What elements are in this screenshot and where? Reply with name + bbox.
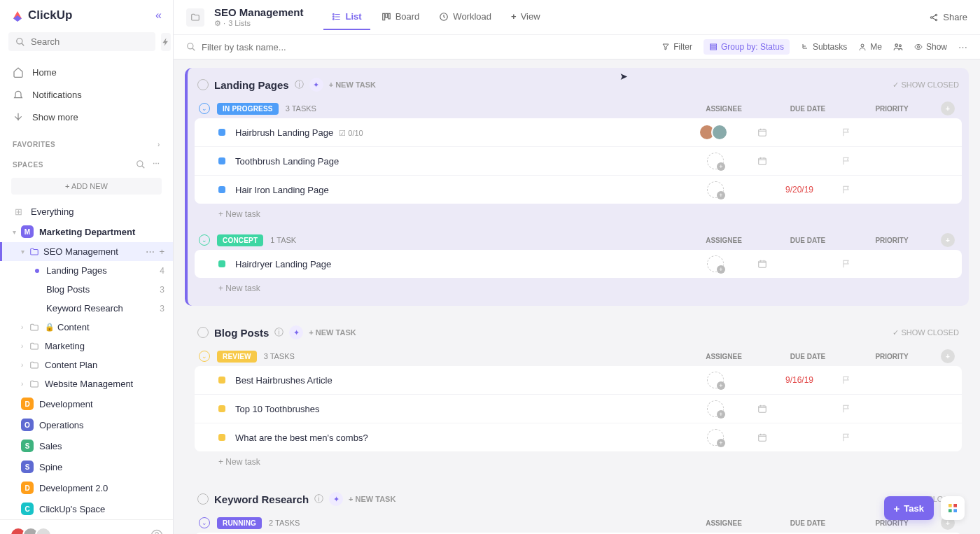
status-badge[interactable]: IN PROGRESS bbox=[217, 103, 279, 115]
group-toggle[interactable]: ⌄ bbox=[199, 517, 210, 528]
sidebar-item[interactable]: ›🔒Content bbox=[0, 318, 173, 337]
priority-flag[interactable] bbox=[841, 127, 925, 137]
status-square[interactable] bbox=[218, 434, 225, 441]
presence-avatars[interactable] bbox=[10, 527, 52, 534]
chevron-right-icon[interactable]: › bbox=[158, 141, 160, 148]
group-toggle[interactable]: ⌄ bbox=[199, 103, 210, 114]
space-item[interactable]: DDevelopment bbox=[0, 393, 173, 414]
assignees-button[interactable] bbox=[893, 42, 903, 52]
new-task-button[interactable]: + NEW TASK bbox=[329, 80, 376, 89]
more-button[interactable]: ⋯ bbox=[958, 42, 967, 52]
sidebar-list-item[interactable]: Keyword Research3 bbox=[0, 299, 173, 318]
plus-icon[interactable]: + bbox=[159, 246, 164, 257]
status-square[interactable] bbox=[218, 405, 225, 412]
info-icon[interactable]: ⓘ bbox=[274, 326, 284, 339]
sparkle-icon[interactable]: ✦ bbox=[329, 492, 343, 506]
task-row[interactable]: Hairdryer Landing Page bbox=[195, 250, 962, 278]
due-date[interactable] bbox=[757, 259, 841, 269]
sidebar-item[interactable]: ▾SEO Management⋯+ bbox=[0, 242, 173, 261]
view-tab-list[interactable]: List bbox=[323, 4, 370, 30]
new-task-button[interactable]: + NEW TASK bbox=[309, 328, 356, 337]
priority-flag[interactable] bbox=[841, 185, 925, 195]
space-item[interactable]: SSpine bbox=[0, 456, 173, 477]
folder-icon[interactable] bbox=[186, 8, 204, 27]
nav-showmore[interactable]: Show more bbox=[0, 106, 173, 128]
subtasks-button[interactable]: Subtasks bbox=[801, 42, 847, 52]
assignee-placeholder[interactable] bbox=[707, 372, 724, 388]
assignee-placeholder[interactable] bbox=[707, 255, 724, 272]
status-square[interactable] bbox=[218, 186, 225, 193]
group-toggle[interactable]: ⌄ bbox=[199, 234, 210, 246]
new-task-row[interactable]: + New task bbox=[195, 204, 962, 225]
task-row[interactable]: What are the best men's combs? bbox=[195, 423, 962, 451]
new-task-button[interactable]: + NEW TASK bbox=[349, 495, 396, 503]
space-item[interactable]: OOperations bbox=[0, 414, 173, 435]
search-icon[interactable] bbox=[136, 160, 146, 169]
priority-flag[interactable] bbox=[841, 404, 925, 414]
priority-flag[interactable] bbox=[841, 433, 925, 442]
space-item[interactable]: ▾MMarketing Department bbox=[0, 221, 173, 242]
task-row[interactable]: Top 10 Toothbrushes bbox=[195, 395, 962, 423]
apps-fab[interactable] bbox=[941, 496, 965, 520]
collapse-sidebar-icon[interactable]: « bbox=[155, 9, 162, 22]
sidebar-item[interactable]: ›Marketing bbox=[0, 337, 173, 356]
task-row[interactable]: Best Hairbrushes Article9/16/19 bbox=[195, 366, 962, 395]
quick-action-button[interactable] bbox=[161, 33, 171, 51]
group-toggle[interactable]: ⌄ bbox=[199, 351, 210, 362]
due-date[interactable] bbox=[757, 156, 841, 166]
new-task-fab[interactable]: +Task bbox=[884, 496, 934, 520]
status-square[interactable] bbox=[218, 129, 225, 136]
filter-button[interactable]: Filter bbox=[662, 42, 692, 52]
sidebar-item[interactable]: ›Website Management bbox=[0, 374, 173, 393]
section-toggle[interactable] bbox=[197, 327, 209, 338]
section-toggle[interactable] bbox=[197, 79, 209, 90]
add-column-button[interactable]: + bbox=[941, 349, 955, 363]
show-closed-button[interactable]: ✓ SHOW CLOSED bbox=[892, 328, 959, 337]
sidebar-list-item[interactable]: Landing Pages4 bbox=[0, 261, 173, 280]
due-date[interactable]: 9/16/19 bbox=[757, 375, 841, 385]
priority-flag[interactable] bbox=[841, 375, 925, 385]
assignee-placeholder[interactable] bbox=[707, 181, 724, 198]
status-badge[interactable]: REVIEW bbox=[217, 351, 257, 363]
space-item[interactable]: CClickUp's Space bbox=[0, 498, 173, 519]
sparkle-icon[interactable]: ✦ bbox=[289, 325, 303, 339]
info-icon[interactable]: ⓘ bbox=[314, 493, 323, 505]
add-column-button[interactable]: + bbox=[941, 233, 955, 247]
show-button[interactable]: Show bbox=[914, 42, 947, 52]
sidebar-item-everything[interactable]: ⊞Everything bbox=[0, 202, 173, 221]
help-button[interactable] bbox=[150, 529, 163, 534]
status-badge[interactable]: RUNNING bbox=[217, 517, 262, 529]
due-date[interactable] bbox=[757, 433, 841, 442]
assignee-placeholder[interactable] bbox=[707, 400, 724, 417]
ellipsis-icon[interactable]: ⋯ bbox=[153, 160, 160, 169]
status-square[interactable] bbox=[218, 377, 225, 384]
share-button[interactable]: Share bbox=[929, 12, 967, 22]
section-toggle[interactable] bbox=[197, 493, 209, 505]
due-date[interactable] bbox=[757, 127, 841, 137]
task-row[interactable]: Toothbrush Landing Page bbox=[195, 147, 962, 176]
groupby-button[interactable]: Group by: Status bbox=[704, 39, 790, 55]
due-date[interactable] bbox=[757, 404, 841, 414]
info-icon[interactable]: ⓘ bbox=[295, 78, 304, 91]
new-task-row[interactable]: + New task bbox=[195, 451, 962, 472]
new-task-row[interactable]: + New task bbox=[195, 278, 962, 299]
assignee-placeholder[interactable] bbox=[707, 153, 724, 169]
view-tab-workload[interactable]: Workload bbox=[430, 4, 500, 30]
sparkle-icon[interactable]: ✦ bbox=[309, 78, 323, 92]
show-closed-button[interactable]: ✓ SHOW CLOSED bbox=[892, 80, 959, 90]
due-date[interactable]: 9/20/19 bbox=[757, 185, 841, 195]
filter-input[interactable] bbox=[186, 42, 650, 52]
ellipsis-icon[interactable]: ⋯ bbox=[146, 246, 155, 257]
status-square[interactable] bbox=[218, 260, 225, 267]
space-item[interactable]: SSales bbox=[0, 435, 173, 456]
space-item[interactable]: DDevelopment 2.0 bbox=[0, 477, 173, 498]
task-row[interactable]: Hairbrush Landing Page☑ 0/10 bbox=[195, 118, 962, 147]
assignee-placeholder[interactable] bbox=[707, 429, 724, 446]
task-row[interactable]: Hair Iron Landing Page9/20/19 bbox=[195, 176, 962, 204]
search-input[interactable] bbox=[8, 32, 155, 51]
priority-flag[interactable] bbox=[841, 156, 925, 166]
add-new-button[interactable]: + ADD NEW bbox=[11, 178, 162, 195]
sidebar-item[interactable]: ›Content Plan bbox=[0, 356, 173, 374]
status-square[interactable] bbox=[218, 157, 225, 164]
sidebar-list-item[interactable]: Blog Posts3 bbox=[0, 280, 173, 299]
